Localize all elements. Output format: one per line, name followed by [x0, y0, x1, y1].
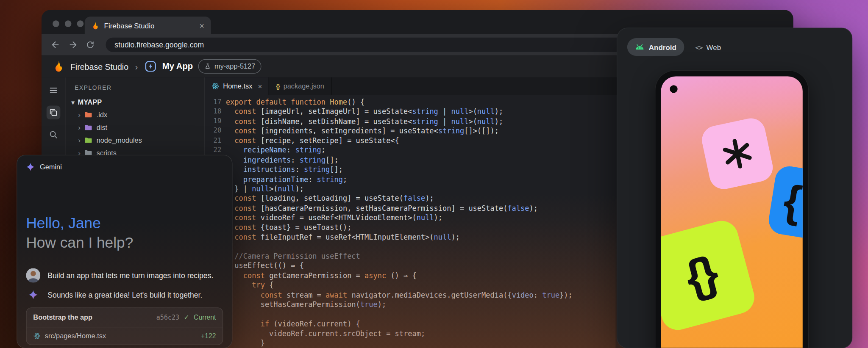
code-line: const {toast} = useToast(); — [226, 223, 573, 232]
tree-item-label: dist — [97, 124, 107, 131]
app-id-badge[interactable]: my-app-5127 — [198, 59, 261, 74]
code-line: const [loading, setLoading] = useState(f… — [226, 194, 573, 204]
web-toggle-label: Web — [706, 43, 721, 51]
bootstrap-card-header[interactable]: Bootstrap the app a56c23 ✓ Current — [27, 308, 223, 327]
tab-close-icon[interactable]: × — [258, 82, 262, 91]
tab-close-icon[interactable]: × — [200, 21, 204, 30]
code-line: setHasCameraPermission(true); — [226, 300, 573, 309]
code-line: const [recipe, setRecipe] = useState<{ — [226, 136, 573, 146]
code-line: const [hasCameraPermission, setHasCamera… — [226, 203, 573, 213]
tree-item-label: .idx — [97, 111, 107, 119]
code-line: const videoRef = useRef<HTMLVideoElement… — [226, 213, 573, 223]
editor-tab-home-tsx[interactable]: Home.tsx × — [205, 77, 269, 95]
gemini-panel: Gemini Hello, Jane How can I help? Build… — [17, 155, 232, 348]
camera-hole — [670, 85, 677, 93]
explorer-files-icon[interactable] — [47, 105, 61, 119]
line-number: 19 — [205, 116, 221, 126]
code-line: const [imageUrl, setImageUrl] = useState… — [226, 107, 573, 117]
pink-sticker — [699, 116, 776, 192]
chevron-right-icon: › — [78, 136, 81, 144]
code-line: } — [226, 338, 573, 348]
bootstrap-card-title: Bootstrap the app — [33, 314, 152, 321]
firebase-favicon-icon — [92, 21, 100, 30]
phone-screen: { {} — [661, 76, 803, 348]
app-id-label: my-app-5127 — [214, 63, 255, 70]
firebase-logo-icon — [53, 60, 65, 72]
window-minimize-button[interactable] — [65, 20, 72, 27]
greeting-line-1: Hello, Jane — [26, 214, 223, 233]
chevron-down-icon: ▾ — [71, 99, 74, 106]
code-line: videoRef.current.srcObject = stream; — [226, 329, 573, 338]
user-avatar — [26, 268, 40, 282]
tree-root-label: MYAPP — [78, 98, 102, 106]
line-number: 18 — [205, 107, 221, 117]
changed-file-row[interactable]: src/pages/Home.tsx +122 — [27, 327, 223, 345]
folder-icon — [84, 123, 93, 132]
gemini-messages: Build an app that lets me turn images in… — [17, 268, 232, 299]
search-icon[interactable] — [47, 128, 61, 142]
breadcrumb-chevron-icon: › — [135, 62, 138, 71]
window-controls — [53, 20, 83, 27]
json-braces-icon: {} — [276, 83, 280, 90]
user-message-text: Build an app that lets me turn images in… — [47, 271, 213, 280]
gemini-header: Gemini — [17, 155, 232, 179]
app-icon — [145, 60, 157, 72]
refresh-icon[interactable] — [86, 40, 95, 49]
code-line — [226, 242, 573, 252]
tree-root[interactable]: ▾ MYAPP — [71, 98, 204, 106]
blue-sticker: { — [767, 164, 803, 243]
browser-tab-title: Firebase Studio — [104, 21, 155, 30]
tree-item-node-modules[interactable]: ›node_modules — [66, 134, 204, 146]
android-toggle-label: Android — [649, 43, 676, 51]
editor-tab-label: Home.tsx — [223, 83, 252, 90]
browser-tab[interactable]: Firebase Studio × — [85, 17, 211, 34]
line-number: 22 — [205, 146, 221, 155]
react-icon — [211, 83, 219, 90]
line-number: 20 — [205, 126, 221, 136]
bootstrap-card[interactable]: Bootstrap the app a56c23 ✓ Current src/p… — [26, 307, 223, 345]
greeting-line-2: How can I help? — [26, 233, 223, 253]
app-name[interactable]: My App — [162, 61, 193, 72]
preview-target-toggle: Android <> Web — [627, 38, 721, 56]
editor-tab-package-json[interactable]: {} package.json — [269, 77, 331, 95]
user-message: Build an app that lets me turn images in… — [26, 268, 223, 282]
window-zoom-button[interactable] — [77, 20, 84, 27]
android-robot-icon — [635, 44, 644, 50]
diff-added-count: +122 — [201, 332, 216, 340]
asterisk-icon — [717, 133, 758, 174]
code-line: if (videoRef.current) { — [226, 319, 573, 329]
back-icon[interactable] — [50, 40, 61, 50]
braces-glyph: {} — [681, 249, 719, 301]
forward-icon[interactable] — [68, 40, 78, 50]
code-line: const [dishName, setDishName] = useState… — [226, 116, 573, 126]
assistant-message: Sounds like a great idea! Let's build it… — [26, 290, 223, 300]
product-name[interactable]: Firebase Studio — [70, 62, 128, 71]
code-brackets-icon: <> — [695, 43, 702, 51]
gemini-sparkle-icon — [26, 290, 40, 300]
code-line: } | null>(null); — [226, 184, 573, 194]
editor-tab-label: package.json — [284, 83, 324, 90]
code-line: preparationTime: string; — [226, 174, 573, 184]
screenshot-stage: Firebase Studio × studio.firebase.google… — [0, 0, 868, 348]
code-line: recipeName: string; — [226, 146, 573, 155]
code-line: useEffect(() ⇒ { — [226, 261, 573, 271]
device-preview-panel: Android <> Web { {} — [617, 28, 852, 348]
code-line: ingredients: string[]; — [226, 155, 573, 165]
android-toggle[interactable]: Android — [627, 38, 684, 56]
code-line: //Camera Permission useEffect — [226, 251, 573, 261]
code-line: instructions: string[]; — [226, 165, 573, 174]
code-line: const fileInputRef = useRef<HTMLInputEle… — [226, 232, 573, 242]
tree-item-label: node_modules — [97, 136, 142, 144]
chevron-right-icon: › — [78, 123, 81, 132]
menu-hamburger-icon[interactable] — [47, 83, 61, 97]
line-number: 17 — [205, 97, 221, 107]
tree-item-dist[interactable]: ›dist — [66, 121, 204, 134]
tree-item--idx[interactable]: ›.idx — [66, 108, 204, 121]
web-toggle[interactable]: <> Web — [695, 43, 721, 51]
gemini-title: Gemini — [40, 163, 62, 171]
window-close-button[interactable] — [53, 20, 59, 27]
code-line: const [ingredients, setIngredients] = us… — [226, 126, 573, 136]
gemini-greeting: Hello, Jane How can I help? — [17, 214, 232, 252]
code-line: export default function Home() { — [226, 97, 573, 107]
line-number: 21 — [205, 136, 221, 146]
